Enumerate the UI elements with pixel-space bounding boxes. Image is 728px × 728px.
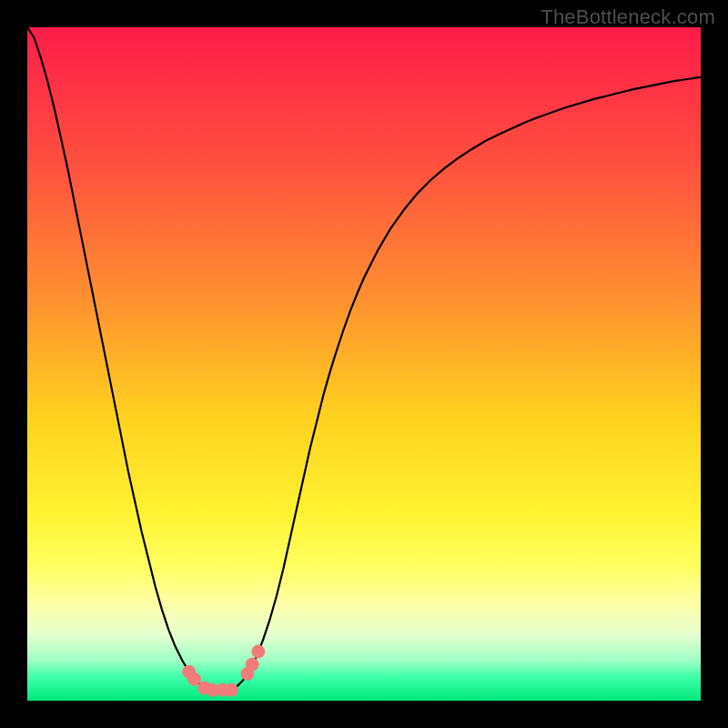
watermark-text: TheBottleneck.com [541,5,715,29]
plot-area [27,27,701,701]
marker-dot [252,645,265,658]
marker-dot [188,672,201,685]
marker-dot [225,683,238,696]
marker-dot [246,658,258,671]
gradient-background [27,27,701,701]
chart-frame: TheBottleneck.com [0,0,728,728]
chart-svg [27,27,701,701]
